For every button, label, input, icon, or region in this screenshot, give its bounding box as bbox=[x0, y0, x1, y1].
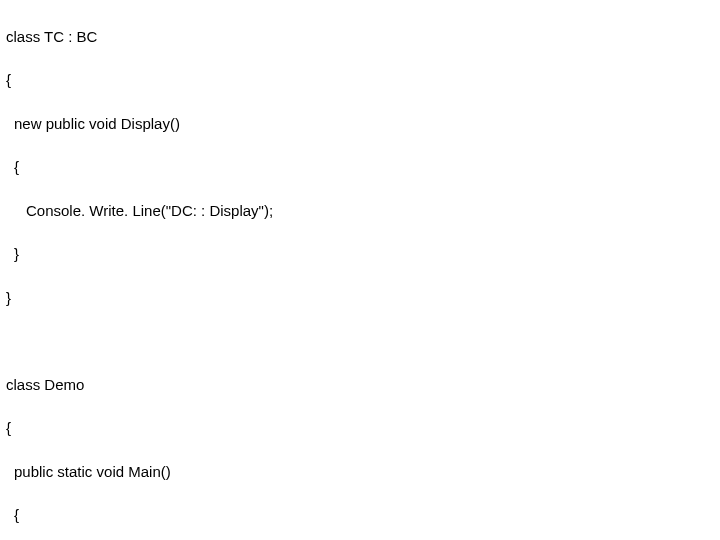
code-line: { bbox=[6, 504, 714, 526]
code-line: Console. Write. Line("DC: : Display"); bbox=[6, 200, 714, 222]
code-line: { bbox=[6, 417, 714, 439]
code-line: } bbox=[6, 287, 714, 309]
code-line: class Demo bbox=[6, 374, 714, 396]
code-line: class TC : BC bbox=[6, 26, 714, 48]
code-line: new public void Display() bbox=[6, 113, 714, 135]
blank-line bbox=[6, 330, 714, 352]
code-listing: class TC : BC { new public void Display(… bbox=[0, 0, 720, 540]
code-line: public static void Main() bbox=[6, 461, 714, 483]
code-line: { bbox=[6, 156, 714, 178]
code-line: } bbox=[6, 243, 714, 265]
code-line: { bbox=[6, 69, 714, 91]
